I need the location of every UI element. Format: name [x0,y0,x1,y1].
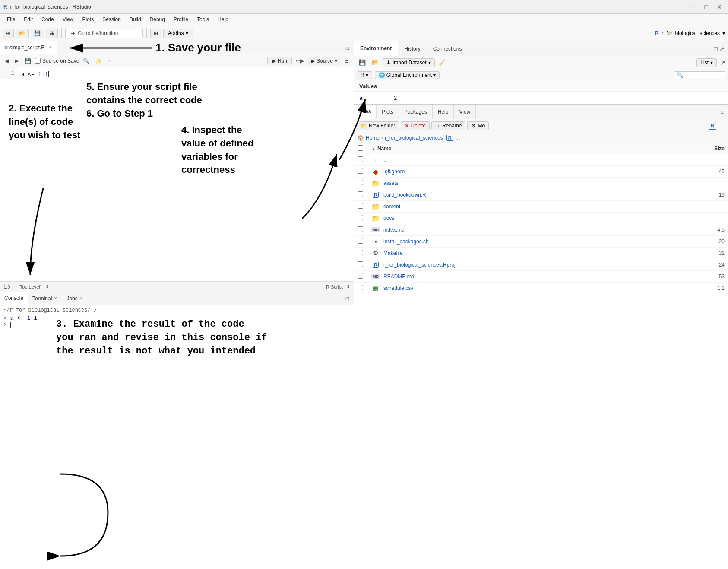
editor-back-btn[interactable]: ◀ [3,57,11,65]
check-install-packages[interactable] [358,238,363,244]
check-gitignore[interactable] [358,168,363,174]
packages-tab[interactable]: Packages [399,105,433,119]
print-button[interactable]: 🖨 [46,29,58,38]
files-maximize-btn[interactable]: □ [719,108,726,116]
file-row-install-packages[interactable]: ▪ install_packages.sh 20 [354,236,728,248]
new-folder-button[interactable]: 📁 New Folder [357,121,399,130]
menu-build[interactable]: Build [126,16,145,23]
list-button[interactable]: List ▾ [696,58,717,67]
file-name-readme[interactable]: README.md [383,273,687,280]
menu-session[interactable]: Session [99,16,124,23]
editor-save-btn[interactable]: 💾 [22,57,33,65]
check-docs[interactable] [358,215,363,220]
check-assets[interactable] [358,180,363,185]
select-all-checkbox[interactable] [358,145,363,151]
maximize-btn[interactable]: □ [702,3,711,10]
env-minimize-btn[interactable]: ─ [708,45,712,52]
menu-help[interactable]: Help [214,16,232,23]
goto-button[interactable]: ➜ Go to file/function [65,29,143,38]
env-maximize-btn[interactable]: □ [714,45,718,52]
run-button[interactable]: ▶ Run [267,57,292,65]
menu-tools[interactable]: Tools [193,16,212,23]
file-row-index-md[interactable]: MD index.md 4.5 [354,224,728,236]
editor-lines-btn[interactable]: ☰ [342,57,351,65]
help-tab[interactable]: Help [433,105,454,119]
re-run-btn[interactable]: ↩▶ [294,57,306,65]
terminal-tab[interactable]: Terminal ✕ [28,292,62,305]
console-minimize-btn[interactable]: ─ [334,295,342,302]
menu-plots[interactable]: Plots [79,16,98,23]
file-check-parent[interactable] [358,156,368,163]
editor-forward-btn[interactable]: ▶ [13,57,21,65]
check-rproj[interactable] [358,261,363,267]
file-row-parent[interactable]: ↑ .. [354,154,728,166]
file-check-assets[interactable] [358,180,368,187]
editor-format-btn[interactable]: ≡ [106,57,113,65]
header-size-col[interactable]: Size [690,146,725,152]
console-maximize-btn[interactable]: □ [344,295,351,302]
file-row-content[interactable]: 📁 content [354,201,728,213]
grid-button[interactable]: ⊞ [150,29,161,38]
check-parent[interactable] [358,156,363,162]
file-name-content[interactable]: content [383,203,687,210]
file-row-schedule-csv[interactable]: ▦ schedule.csv 1.1 [354,283,728,294]
file-name-rproj[interactable]: r_for_biological_sciences.Rproj [383,262,687,268]
addins-button[interactable]: Addins ▾ [163,29,193,38]
console-content[interactable]: ~/r_for_biological_sciences/ ↗ > a <- 1+… [0,305,354,569]
editor-magic-btn[interactable]: ✨ [93,57,104,65]
check-makefile[interactable] [358,250,363,255]
check-index-md[interactable] [358,226,363,232]
rename-button[interactable]: → Rename [431,121,465,130]
files-minimize-btn[interactable]: ─ [709,108,717,116]
jobs-tab-close[interactable]: ✕ [79,296,83,301]
file-name-schedule-csv[interactable]: schedule.csv [383,285,687,291]
open-file-button[interactable]: 📂 [16,29,29,38]
env-search[interactable] [674,71,725,79]
file-check-gitignore[interactable] [358,168,368,175]
file-row-assets[interactable]: 📁 assets [354,178,728,189]
editor-search-btn[interactable]: 🔍 [81,57,92,65]
connections-tab[interactable]: Connections [427,41,468,56]
file-row-readme[interactable]: MD README.md 53 [354,271,728,283]
menu-debug[interactable]: Debug [146,16,168,23]
env-search-input[interactable] [674,71,725,79]
menu-view[interactable]: View [59,16,77,23]
file-row-build-bookdown[interactable]: R build_bookdown.R 19 [354,189,728,201]
file-check-readme[interactable] [358,273,368,280]
menu-file[interactable]: File [3,16,19,23]
source-button[interactable]: ▶ Source ▾ [308,57,340,65]
menu-profile[interactable]: Profile [170,16,192,23]
file-check-docs[interactable] [358,215,368,222]
close-btn[interactable]: ✕ [714,3,725,10]
check-build-bookdown[interactable] [358,191,363,197]
editor-content[interactable]: 1 a <- 1+1 2. Execute theline(s) of code… [0,67,354,281]
breadcrumb-project[interactable]: r_for_biological_sciences [385,135,443,141]
file-check-schedule-csv[interactable] [358,285,368,292]
env-open-btn[interactable]: 📂 [370,58,381,67]
save-button[interactable]: 💾 [31,29,44,38]
editor-tab-close[interactable]: ✕ [48,45,52,50]
file-check-build-bookdown[interactable] [358,191,368,198]
view-tab[interactable]: View [454,105,476,119]
delete-button[interactable]: ⊗ Delete [401,121,430,130]
menu-code[interactable]: Code [38,16,57,23]
file-row-makefile[interactable]: ⚙ Makefile 31 [354,248,728,259]
env-clear-btn[interactable]: 🧹 [437,58,448,67]
file-check-index-md[interactable] [358,226,368,233]
menu-edit[interactable]: Edit [20,16,36,23]
new-file-button[interactable]: ⊕ [3,29,14,38]
jobs-tab[interactable]: Jobs ✕ [62,292,88,305]
env-external-btn[interactable]: ↗ [719,45,725,52]
file-name-install-packages[interactable]: install_packages.sh [383,238,687,245]
file-row-rproj[interactable]: R r_for_biological_sciences.Rproj 24 [354,259,728,271]
file-check-content[interactable] [358,203,368,210]
env-save-btn[interactable]: 💾 [357,58,368,67]
editor-minimize-btn[interactable]: ─ [334,44,342,52]
check-readme[interactable] [358,273,363,279]
file-name-assets[interactable]: assets [383,180,687,186]
global-env-button[interactable]: 🌐 Global Environment ▾ [375,71,440,79]
file-name-gitignore[interactable]: .gitignore [383,168,687,175]
files-tab[interactable]: Files [354,105,377,119]
console-tab[interactable]: Console [0,292,28,305]
file-check-rproj[interactable] [358,261,368,268]
